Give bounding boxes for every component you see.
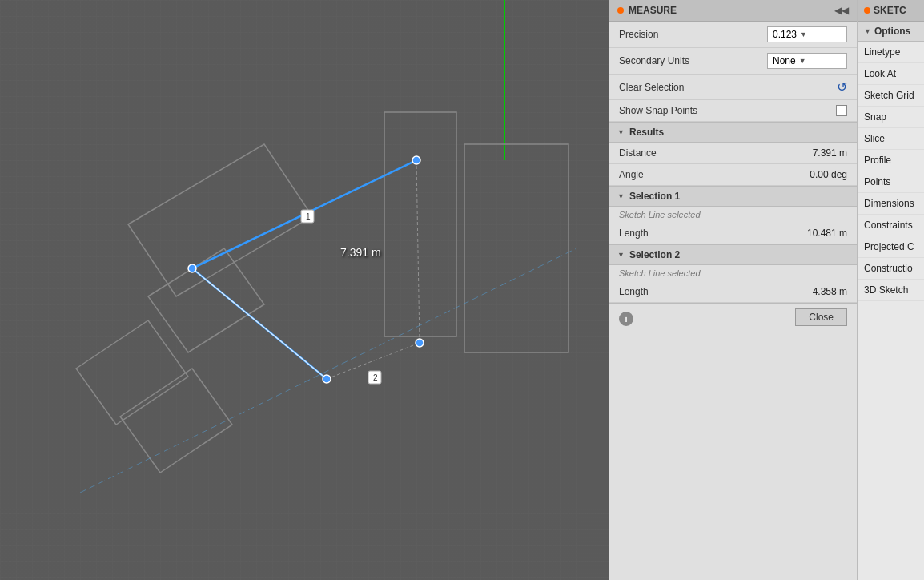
svg-point-14 — [416, 339, 424, 347]
secondary-units-label: Secondary Units — [619, 55, 767, 66]
selection1-length-value: 10.481 m — [783, 228, 847, 239]
sketch-item-constraints[interactable]: Constraints — [858, 215, 924, 236]
selection1-length-row: Length 10.481 m — [609, 223, 857, 244]
selection1-label: Selection 1 — [629, 191, 680, 202]
orange-dot — [617, 7, 624, 14]
precision-value: 0.123 — [773, 29, 797, 40]
svg-text:7.391 m: 7.391 m — [340, 246, 381, 259]
measure-panel: MEASURE ◀◀ Precision 0.123 ▼ Secondary U… — [609, 0, 857, 580]
sketch-options-header[interactable]: ▼ Options — [858, 22, 924, 42]
precision-row: Precision 0.123 ▼ — [609, 22, 857, 48]
secondary-units-value: None — [773, 55, 796, 66]
distance-label: Distance — [619, 147, 783, 159]
angle-value: 0.00 deg — [783, 169, 847, 180]
sketch-svg: 1 2 7.391 m — [0, 0, 609, 580]
measure-bottom-bar: i Close — [609, 303, 857, 331]
svg-point-13 — [188, 264, 196, 272]
sketch-title-text: SKETC — [874, 5, 906, 16]
svg-marker-4 — [148, 248, 264, 352]
sketch-item-sketch-grid[interactable]: Sketch Grid — [858, 85, 924, 107]
svg-point-12 — [323, 375, 331, 383]
svg-marker-5 — [128, 144, 312, 296]
selection2-length-label: Length — [619, 286, 783, 297]
svg-point-11 — [412, 156, 420, 164]
svg-rect-0 — [384, 112, 456, 336]
results-triangle: ▼ — [617, 128, 625, 136]
svg-rect-1 — [464, 144, 568, 352]
selection2-label: Selection 2 — [629, 249, 680, 260]
distance-value: 7.391 m — [783, 147, 847, 159]
sketch-options-label: Options — [874, 26, 910, 37]
precision-label: Precision — [619, 29, 767, 40]
clear-selection-button[interactable]: ↺ — [837, 79, 847, 95]
sketch-options-triangle: ▼ — [864, 27, 871, 35]
secondary-units-row: Secondary Units None ▼ — [609, 48, 857, 75]
selection1-note: Sketch Line selected — [609, 207, 857, 223]
selection1-triangle: ▼ — [617, 192, 625, 200]
clear-selection-row: Clear Selection ↺ — [609, 75, 857, 100]
show-snap-points-row: Show Snap Points — [609, 100, 857, 122]
expand-left-icon[interactable]: ◀◀ — [834, 5, 849, 16]
precision-dropdown[interactable]: 0.123 ▼ — [767, 26, 847, 42]
svg-line-20 — [80, 248, 576, 493]
measure-expand-icons: ◀◀ — [834, 5, 849, 16]
selection2-section-header[interactable]: ▼ Selection 2 — [609, 244, 857, 265]
show-snap-points-label: Show Snap Points — [619, 105, 836, 116]
distance-row: Distance 7.391 m — [609, 143, 857, 164]
results-section-header[interactable]: ▼ Results — [609, 122, 857, 143]
secondary-units-arrow: ▼ — [799, 57, 806, 65]
sketch-item-points[interactable]: Points — [858, 171, 924, 193]
sketch-panel: SKETC ▼ Options Linetype Look At Sketch … — [857, 0, 924, 580]
selection2-length-value: 4.358 m — [783, 286, 847, 297]
sketch-item-look-at[interactable]: Look At — [858, 63, 924, 85]
selection1-section-header[interactable]: ▼ Selection 1 — [609, 186, 857, 207]
sketch-item-snap[interactable]: Snap — [858, 107, 924, 128]
selection2-triangle: ▼ — [617, 251, 625, 259]
angle-label: Angle — [619, 169, 783, 180]
results-label: Results — [629, 127, 664, 138]
show-snap-points-checkbox[interactable] — [836, 105, 847, 116]
svg-text:2: 2 — [373, 373, 378, 382]
selection1-length-label: Length — [619, 228, 783, 239]
sketch-item-constructio[interactable]: Constructio — [858, 258, 924, 280]
svg-text:1: 1 — [306, 212, 311, 221]
angle-row: Angle 0.00 deg — [609, 164, 857, 186]
clear-selection-label: Clear Selection — [619, 82, 837, 93]
selection2-note: Sketch Line selected — [609, 265, 857, 281]
canvas-area[interactable]: 1 2 7.391 m — [0, 0, 609, 580]
info-icon: i — [619, 312, 633, 326]
measure-title: MEASURE — [617, 5, 677, 16]
sketch-orange-dot — [864, 7, 870, 14]
measure-title-text: MEASURE — [629, 5, 677, 16]
sketch-item-profile[interactable]: Profile — [858, 150, 924, 171]
sketch-item-linetype[interactable]: Linetype — [858, 42, 924, 63]
sketch-item-slice[interactable]: Slice — [858, 128, 924, 150]
selection2-length-row: Length 4.358 m — [609, 281, 857, 303]
secondary-units-dropdown[interactable]: None ▼ — [767, 53, 847, 69]
sketch-item-dimensions[interactable]: Dimensions — [858, 193, 924, 215]
sketch-item-3d-sketch[interactable]: 3D Sketch — [858, 280, 924, 301]
measure-header: MEASURE ◀◀ — [609, 0, 857, 22]
svg-line-8 — [192, 268, 327, 379]
sketch-header: SKETC — [858, 0, 924, 22]
close-button[interactable]: Close — [795, 308, 847, 326]
precision-dropdown-arrow: ▼ — [800, 30, 807, 38]
svg-line-10 — [416, 160, 420, 343]
sketch-item-projected-c[interactable]: Projected C — [858, 236, 924, 258]
